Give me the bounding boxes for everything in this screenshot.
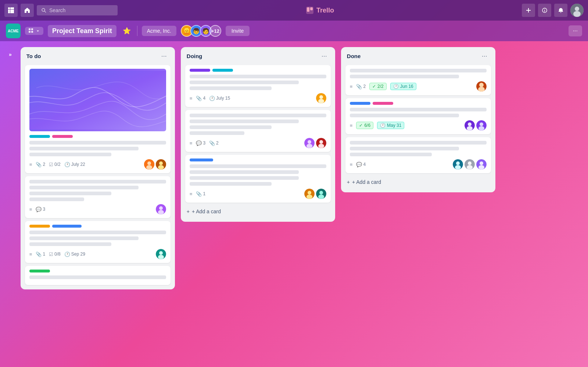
svg-point-9 [42, 8, 45, 11]
card-done-3[interactable]: ≡ 💬 4 [345, 137, 491, 173]
svg-rect-8 [12, 11, 14, 13]
description-icon-item: ≡ [190, 191, 193, 197]
list-doing-header: Doing ··· [185, 51, 331, 62]
card-text-1 [190, 164, 326, 168]
card-todo-3[interactable]: ≡ 📎 1 ☑ 0/8 🕐 Sep 29 [25, 221, 171, 263]
card-avatar-1 [304, 138, 315, 148]
svg-rect-22 [29, 28, 31, 30]
svg-point-68 [467, 165, 473, 170]
member-count-badge[interactable]: +12 [209, 25, 221, 37]
svg-point-59 [467, 126, 473, 131]
comment-count: 4 [363, 162, 366, 167]
description-icon: ≡ [29, 252, 32, 257]
card-footer: ≡ 📎 2 ☑ 0/2 🕐 July 22 [29, 159, 166, 170]
invite-button[interactable]: Invite [226, 26, 250, 36]
svg-point-34 [159, 206, 163, 210]
workspace-label-button[interactable]: Acme, Inc. [142, 26, 176, 36]
card-text-1 [190, 75, 326, 78]
card-text-3 [29, 192, 111, 195]
due-date: July 22 [71, 162, 85, 167]
card-avatar-1 [453, 159, 463, 170]
add-card-done[interactable]: + + Add a card [345, 176, 491, 188]
label-pink [373, 102, 393, 105]
description-icon: ≡ [350, 162, 353, 167]
attachment-icon: 📎 [36, 252, 42, 257]
card-meta: ≡ 💬 4 [350, 162, 449, 167]
svg-point-41 [318, 99, 324, 103]
info-button[interactable] [538, 4, 551, 17]
svg-rect-23 [31, 28, 33, 30]
board-more-button[interactable]: ··· [569, 25, 582, 36]
add-card-doing[interactable]: + + Add a card [185, 206, 331, 217]
board-name-button[interactable]: Project Team Spirit [48, 25, 116, 37]
star-button[interactable]: ⭐ [121, 25, 133, 37]
svg-point-43 [308, 140, 311, 144]
description-icon: ≡ [29, 162, 32, 167]
search-bar[interactable]: Search [37, 5, 118, 15]
comment-item: 💬 3 [36, 207, 45, 212]
user-avatar[interactable] [570, 4, 584, 17]
svg-point-35 [158, 210, 164, 214]
comment-count: 3 [43, 207, 45, 212]
svg-point-64 [456, 161, 460, 165]
add-button[interactable] [522, 4, 535, 17]
description-icon-item: ≡ [350, 123, 353, 128]
clock-icon: 🕐 [380, 123, 386, 128]
attachment-item: 📎 2 [36, 162, 45, 167]
card-todo-4[interactable] [25, 266, 171, 285]
svg-point-18 [544, 9, 545, 10]
workspace-label: Acme, Inc. [147, 28, 171, 34]
check-icon: ✓ [372, 84, 376, 89]
svg-rect-5 [12, 10, 14, 11]
header-divider [137, 26, 137, 36]
card-todo-1[interactable]: ≡ 📎 2 ☑ 0/2 🕐 July 22 [25, 65, 171, 173]
grid-menu-button[interactable] [4, 4, 18, 17]
list-done-title: Done [347, 53, 361, 59]
sidebar-toggle[interactable]: » [6, 50, 15, 59]
label-blue [52, 225, 82, 228]
card-text-2 [350, 75, 459, 78]
card-done-1[interactable]: ≡ 📎 2 ✓ 2/2 🕐 Jun 16 [345, 65, 491, 95]
card-labels [29, 135, 166, 138]
card-cover [29, 69, 166, 131]
list-doing-menu[interactable]: ··· [319, 51, 329, 61]
card-text-4 [190, 131, 244, 135]
card-doing-2[interactable]: ≡ 💬 3 📎 2 [185, 110, 331, 152]
notification-button[interactable] [554, 4, 567, 17]
card-doing-3[interactable]: ≡ 📎 1 [185, 155, 331, 203]
description-icon-item: ≡ [29, 207, 32, 212]
label-pink [52, 135, 73, 138]
svg-point-46 [319, 140, 323, 144]
board-workspace-dropdown[interactable] [25, 27, 43, 35]
label-amber [29, 225, 50, 228]
svg-rect-6 [8, 11, 10, 13]
card-text-2 [190, 81, 299, 84]
card-done-2[interactable]: ≡ ✓ 6/6 🕐 May 31 [345, 98, 491, 134]
list-done-menu[interactable]: ··· [480, 51, 490, 61]
list-todo-menu[interactable]: ··· [159, 51, 169, 61]
card-avatars [156, 204, 166, 214]
card-avatars [144, 159, 166, 170]
date-item: 🕐 Sep 29 [64, 252, 85, 257]
add-card-icon: + [347, 179, 350, 185]
checklist-count: 0/2 [54, 162, 61, 167]
card-text-3 [350, 153, 432, 156]
card-avatars [304, 189, 326, 199]
card-avatar-2 [316, 138, 326, 148]
attachment-item: 📎 2 [209, 140, 219, 146]
description-icon-item: ≡ [350, 162, 353, 167]
card-doing-1[interactable]: ≡ 📎 4 🕐 July 15 [185, 65, 331, 107]
date-item: 🕐 July 15 [209, 96, 230, 101]
description-icon-item: ≡ [29, 162, 32, 167]
home-button[interactable] [21, 4, 34, 17]
card-footer: ≡ 💬 4 [350, 159, 487, 170]
app-title: Trello [305, 6, 334, 15]
description-icon: ≡ [190, 191, 193, 197]
card-todo-2[interactable]: ≡ 💬 3 [25, 176, 171, 218]
card-avatars [453, 159, 487, 170]
card-avatars [316, 93, 326, 103]
card-text-2 [29, 147, 139, 150]
card-avatars [156, 249, 166, 259]
card-meta: ≡ 📎 2 ☑ 0/2 🕐 July 22 [29, 162, 140, 167]
card-meta: ≡ 💬 3 📎 2 [190, 140, 301, 146]
